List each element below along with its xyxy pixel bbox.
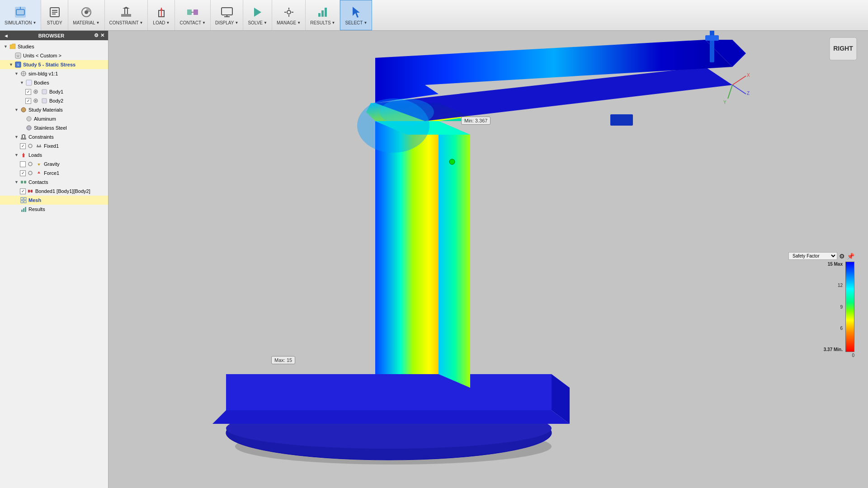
tree-force1[interactable]: Force1 (0, 169, 108, 178)
tree-studies[interactable]: ▼ Studies (0, 42, 108, 51)
load-label: LOAD▼ (153, 20, 170, 25)
legend-dropdown[interactable]: Safety Factor Von Mises Stress Displacem… (788, 252, 837, 260)
bonded1-icon (27, 188, 34, 195)
tree-arrow: ▼ (14, 153, 19, 157)
toolbar-results[interactable]: RESULTS▼ (306, 0, 340, 30)
svg-point-48 (27, 117, 31, 121)
tree-contacts[interactable]: ▼ Contacts (0, 178, 108, 187)
svg-text:U: U (17, 54, 19, 58)
tree-simbldg-label: sim-bldg v1:1 (28, 71, 58, 76)
sidebar-title: BROWSER (38, 33, 64, 38)
study-label: STUDY (47, 20, 62, 25)
legend-pin-icon[interactable]: 📌 (847, 253, 854, 260)
tree-results[interactable]: Results (0, 205, 108, 214)
toolbar-load[interactable]: LOAD▼ (148, 0, 175, 30)
svg-rect-9 (121, 14, 131, 17)
sidebar-close-icon[interactable]: ✕ (100, 33, 104, 38)
svg-rect-72 (24, 201, 26, 203)
svg-rect-55 (37, 146, 41, 147)
tree-arrow: ▼ (14, 108, 19, 112)
force1-checkbox[interactable] (20, 170, 26, 176)
toolbar-material[interactable]: MATERIAL▼ (68, 0, 104, 30)
material-icon (79, 5, 94, 19)
svg-point-47 (21, 108, 26, 112)
tree-loads[interactable]: ▼ Loads (0, 150, 108, 160)
legend-val-12: 12 (824, 283, 843, 288)
component-icon (20, 70, 27, 77)
sidebar-header: ◄ BROWSER ⚙ ✕ (0, 31, 108, 40)
tree-body2[interactable]: Body2 (0, 96, 108, 105)
svg-marker-81 (226, 374, 552, 410)
units-icon: U (14, 52, 22, 59)
tree-stainless[interactable]: Stainless Steel (0, 123, 108, 132)
study-tree-icon: S (14, 61, 22, 68)
svg-point-24 (287, 10, 291, 14)
manage-label: MANAGE▼ (277, 20, 301, 25)
tree-units[interactable]: U Units < Custom > (0, 51, 108, 60)
tree-gravity[interactable]: Gravity (0, 160, 108, 169)
toolbar-solve[interactable]: SOLVE▼ (243, 0, 272, 30)
sidebar-settings-icon[interactable]: ⚙ (94, 33, 99, 38)
tree-arrow: ▼ (14, 71, 19, 76)
body1-checkbox[interactable] (25, 89, 31, 95)
tree-simbldg[interactable]: ▼ sim-bldg v1:1 (0, 69, 108, 78)
svg-point-49 (27, 126, 31, 130)
contact-label: CONTACT▼ (179, 20, 206, 25)
svg-point-60 (28, 162, 32, 166)
svg-rect-46 (42, 99, 47, 103)
viewcube[interactable]: RIGHT (827, 35, 859, 62)
bonded1-checkbox[interactable] (20, 188, 26, 194)
tree-body1[interactable]: Body1 (0, 87, 108, 96)
svg-rect-43 (42, 89, 47, 94)
svg-rect-10 (124, 9, 125, 14)
tree-units-label: Units < Custom > (23, 53, 61, 58)
color-legend: Safety Factor Von Mises Stress Displacem… (800, 252, 854, 358)
folder-icon (9, 43, 16, 50)
tree-study-materials[interactable]: ▼ Study Materials (0, 105, 108, 114)
solve-icon (250, 5, 265, 19)
svg-rect-92 (705, 35, 719, 41)
gravity-vis-icon (27, 160, 34, 168)
svg-rect-29 (318, 13, 321, 17)
tree-aluminum-label: Aluminum (34, 116, 56, 122)
tree-body2-label: Body2 (49, 98, 63, 103)
bodies-icon (25, 79, 33, 86)
body2-checkbox[interactable] (25, 98, 31, 104)
constraint-label: CONSTRAINT▼ (109, 20, 143, 25)
tree-fixed1-label: Fixed1 (44, 143, 59, 149)
fixed1-checkbox[interactable] (20, 143, 26, 149)
toolbar-display[interactable]: DISPLAY▼ (211, 0, 243, 30)
tree-study[interactable]: ▼ S Study 5 - Static Stress (0, 60, 108, 69)
tree-study-label: Study 5 - Static Stress (23, 62, 75, 67)
tree-bonded1[interactable]: Bonded1 [Body1][Body2] (0, 187, 108, 196)
tree-materials-label: Study Materials (28, 107, 63, 113)
load-icon (154, 5, 169, 19)
svg-text:S: S (17, 63, 19, 66)
sidebar: ◄ BROWSER ⚙ ✕ ▼ Studies U Units < Custom… (0, 31, 108, 488)
tree-stainless-label: Stainless Steel (34, 125, 67, 131)
svg-point-42 (35, 91, 37, 93)
tree-mesh[interactable]: Mesh (0, 196, 108, 205)
svg-text:Z: Z (747, 91, 750, 96)
svg-marker-61 (38, 164, 40, 166)
tree-bodies[interactable]: ▼ Bodies (0, 78, 108, 87)
toolbar-manage[interactable]: MANAGE▼ (272, 0, 306, 30)
toolbar-simulation[interactable]: SIMULATION▼ (0, 0, 41, 30)
legend-min-label: 3.37 Min. (824, 347, 843, 352)
simulation-label: SIMULATION▼ (5, 20, 36, 25)
viewport[interactable]: X Z Y Min: 3.367 Max: 15 Safety Factor V… (108, 31, 868, 488)
toolbar-study[interactable]: STUDY (41, 0, 68, 30)
svg-rect-75 (25, 207, 26, 212)
gravity-checkbox[interactable] (20, 161, 26, 167)
tree-fixed1[interactable]: Fixed1 (0, 141, 108, 150)
toolbar-constraint[interactable]: CONSTRAINT▼ (105, 0, 148, 30)
tree-aluminum[interactable]: Aluminum (0, 114, 108, 123)
tree-constraints[interactable]: ▼ Constraints (0, 132, 108, 141)
svg-rect-74 (23, 208, 24, 212)
toolbar-contact[interactable]: CONTACT▼ (175, 0, 211, 30)
legend-settings-icon[interactable]: ⚙ (839, 253, 845, 260)
tree-bonded1-label: Bonded1 [Body1][Body2] (35, 188, 90, 194)
sidebar-collapse-icon[interactable]: ◄ (4, 33, 9, 38)
toolbar-select[interactable]: SELECT▼ (340, 0, 372, 30)
force1-vis-icon (27, 169, 34, 177)
